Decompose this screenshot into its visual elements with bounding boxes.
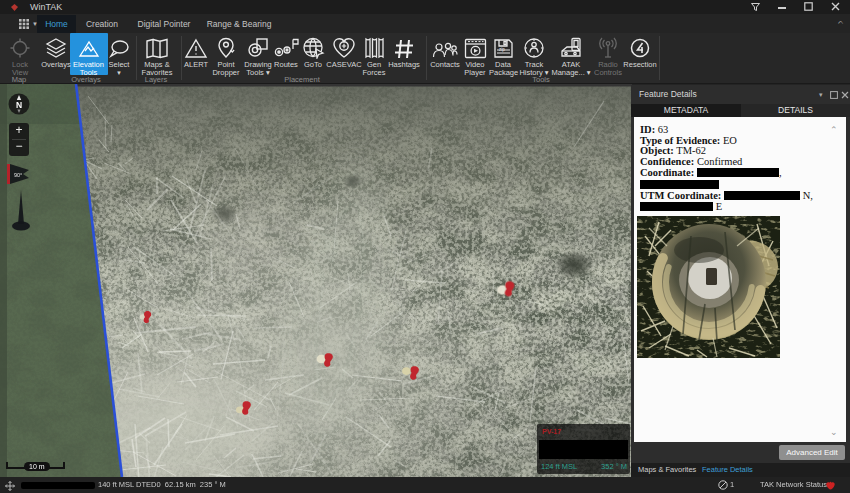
svg-text:N: N: [16, 100, 22, 110]
svg-text:zip: zip: [499, 47, 505, 52]
svg-text:90°: 90°: [14, 172, 22, 178]
